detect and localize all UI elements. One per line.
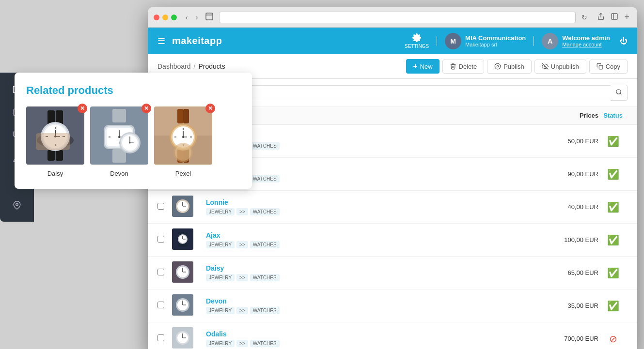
settings-button[interactable]: SETTINGS [405, 33, 429, 49]
new-label: New [420, 63, 433, 70]
row-name-5: Devon JEWELRY >> WATCHES [201, 297, 535, 314]
copy-button[interactable]: Copy [589, 60, 628, 74]
traffic-lights [154, 15, 177, 20]
traffic-light-yellow[interactable] [162, 15, 168, 20]
power-button[interactable]: ⏻ [620, 37, 628, 46]
status-icon-0: ✅ [607, 136, 619, 147]
top-nav: ☰ makeitapp SETTINGS M MIA Communication… [148, 28, 637, 54]
col-status-header: Status [598, 112, 628, 119]
remove-devon-button[interactable]: ✕ [141, 104, 151, 113]
related-products-title: Related products [26, 84, 240, 97]
svg-point-67 [616, 90, 621, 94]
remove-daisy-button[interactable]: ✕ [78, 104, 87, 113]
row-price-6: 700,00 EUR [535, 335, 598, 342]
svg-rect-43 [183, 109, 189, 123]
forward-button[interactable]: › [194, 13, 200, 22]
row-checkbox-2[interactable] [157, 203, 172, 211]
product-name-3[interactable]: Ajax [206, 231, 535, 239]
new-tab-button[interactable] [609, 11, 620, 23]
tab-view-button[interactable] [204, 12, 215, 23]
row-status-5: ✅ [598, 300, 628, 312]
nav-right: SETTINGS M MIA Communication Makeitapp s… [405, 33, 628, 49]
company-avatar: M [445, 33, 461, 49]
manage-account-link[interactable]: Manage account [562, 42, 610, 47]
traffic-light-green[interactable] [171, 15, 177, 20]
tag-watches-4: WATCHES [250, 274, 280, 281]
publish-button[interactable]: Publish [487, 60, 532, 74]
tag-jewelry-5: JEWELRY [206, 307, 235, 314]
tag-watches-1: WATCHES [250, 175, 280, 182]
table-row: Daisy JEWELRY >> WATCHES 65,00 EUR ✅ [148, 257, 637, 289]
row-img-6 [172, 327, 201, 349]
product-name-2[interactable]: Lonnie [206, 198, 535, 206]
traffic-light-red[interactable] [154, 15, 159, 20]
nav-divider-2 [534, 36, 534, 46]
address-bar[interactable] [219, 12, 576, 23]
unpublish-button[interactable]: Unpublish [534, 60, 586, 74]
search-button[interactable] [611, 85, 628, 101]
product-name-6[interactable]: Odalis [206, 330, 535, 338]
settings-label: SETTINGS [405, 44, 429, 49]
row-checkbox-5[interactable] [157, 302, 172, 310]
refresh-button[interactable]: ↻ [580, 13, 589, 22]
checkbox-6[interactable] [157, 334, 164, 341]
row-status-6: ⊘ [598, 333, 628, 345]
publish-icon [494, 63, 501, 70]
row-price-4: 65,00 EUR [535, 269, 598, 276]
product-name-4[interactable]: Daisy [206, 264, 535, 272]
delete-icon [450, 63, 456, 70]
sidebar-icon-location[interactable] [6, 195, 28, 216]
tag-arrow-6: >> [236, 340, 248, 347]
product-name-1[interactable]: Lane [206, 166, 535, 173]
row-status-0: ✅ [598, 136, 628, 147]
breadcrumb-products: Products [198, 62, 225, 70]
browser-actions: + [595, 11, 631, 23]
row-name-6: Odalis JEWELRY >> WATCHES [201, 330, 535, 347]
related-product-devon: ✕ [90, 106, 148, 177]
tag-jewelry-2: JEWELRY [206, 208, 235, 215]
nav-company: M MIA Communication Makeitapp srl [445, 33, 526, 49]
product-name-5[interactable]: Devon [206, 297, 535, 305]
svg-rect-58 [206, 13, 213, 20]
row-checkbox-3[interactable] [157, 236, 172, 244]
status-icon-5: ✅ [607, 301, 619, 311]
product-tags-5: JEWELRY >> WATCHES [206, 307, 535, 314]
checkbox-5[interactable] [157, 302, 164, 308]
nav-admin: A Welcome admin Manage account [542, 33, 610, 49]
svg-point-33 [118, 136, 120, 138]
add-button[interactable]: + [622, 11, 631, 23]
new-button[interactable]: + New [406, 59, 439, 74]
product-tags-4: JEWELRY >> WATCHES [206, 274, 535, 281]
admin-avatar: A [542, 33, 558, 49]
row-status-4: ✅ [598, 267, 628, 279]
product-name-0[interactable]: Montana [206, 133, 535, 140]
unpublish-icon [542, 63, 549, 70]
unpublish-label: Unpublish [551, 63, 579, 70]
row-status-2: ✅ [598, 201, 628, 213]
related-products-grid: ✕ [26, 106, 240, 177]
share-button[interactable] [595, 11, 607, 23]
svg-point-63 [495, 63, 501, 69]
checkbox-3[interactable] [157, 236, 164, 243]
checkbox-4[interactable] [157, 269, 164, 275]
svg-rect-61 [612, 14, 617, 19]
row-checkbox-6[interactable] [157, 334, 172, 343]
company-sub: Makeitapp srl [465, 42, 526, 47]
delete-button[interactable]: Delete [442, 60, 485, 74]
row-checkbox-4[interactable] [157, 269, 172, 277]
row-img-3 [172, 228, 201, 251]
back-button[interactable]: ‹ [184, 13, 190, 22]
product-tags-2: JEWELRY >> WATCHES [206, 208, 535, 215]
checkbox-2[interactable] [157, 203, 164, 210]
svg-point-57 [175, 144, 191, 161]
remove-pexel-button[interactable]: ✕ [205, 104, 215, 113]
tag-arrow-5: >> [236, 307, 248, 314]
svg-rect-42 [177, 109, 183, 123]
tag-jewelry-3: JEWELRY [206, 241, 235, 248]
svg-rect-8 [47, 150, 55, 161]
hamburger-menu[interactable]: ☰ [157, 36, 165, 46]
publish-label: Publish [503, 63, 524, 70]
breadcrumb-dashboard[interactable]: Dashboard [157, 62, 191, 70]
status-icon-2: ✅ [607, 202, 619, 212]
breadcrumb-separator: / [194, 62, 196, 70]
